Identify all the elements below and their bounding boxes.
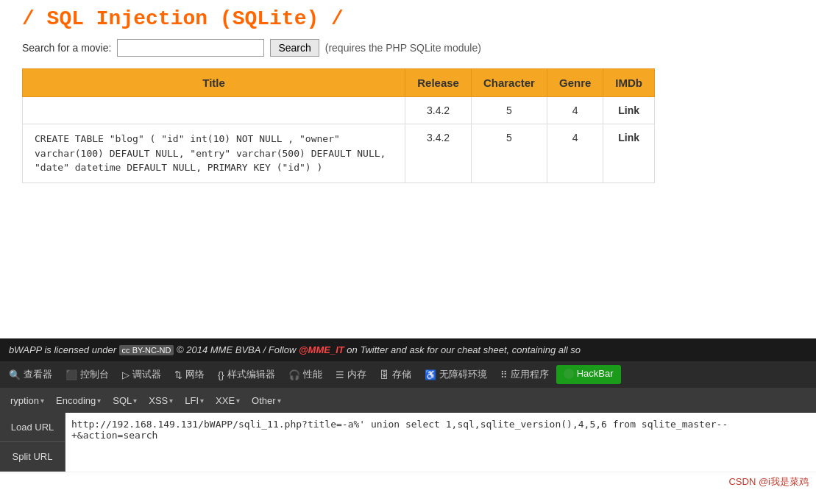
storage-icon: 🗄	[380, 369, 389, 380]
search-button[interactable]: Search	[270, 39, 319, 57]
search-bar: Search for a movie: Search (requires the…	[15, 39, 801, 57]
devtools-memory[interactable]: ☰ 内存	[330, 365, 372, 384]
search-input[interactable]	[117, 39, 264, 57]
cell-character: 5	[471, 124, 547, 183]
devtools-performance[interactable]: 🎧 性能	[283, 365, 328, 384]
devtools-debugger[interactable]: ▷ 调试器	[116, 365, 167, 384]
cell-title: CREATE TABLE "blog" ( "id" int(10) NOT N…	[23, 124, 405, 183]
cell-character: 5	[471, 97, 547, 124]
cell-imdb[interactable]: Link	[603, 124, 655, 183]
footer-watermark: CSDN @i我是菜鸡	[0, 472, 816, 491]
memory-icon: ☰	[336, 369, 344, 380]
imdb-link[interactable]: Link	[618, 104, 639, 116]
footer-text-after: © 2014 MME BVBA / Follow	[177, 344, 296, 355]
cell-genre: 4	[547, 97, 603, 124]
debugger-icon: ▷	[122, 369, 130, 380]
col-imdb: IMDb	[603, 69, 655, 97]
devtools-network[interactable]: ⇅ 网络	[168, 365, 210, 384]
sql-arrow: ▾	[133, 397, 137, 405]
devtools-applications[interactable]: ⠿ 应用程序	[494, 365, 555, 384]
hackbar-menu-encoding[interactable]: Encoding ▾	[52, 393, 105, 408]
footer-bar: bWAPP is licensed under cc BY-NC-ND © 20…	[0, 338, 816, 361]
devtools-inspector[interactable]: 🔍 查看器	[3, 365, 58, 384]
table-header-row: Title Release Character Genre IMDb	[23, 69, 655, 97]
xxe-arrow: ▾	[236, 397, 240, 405]
search-label: Search for a movie:	[22, 42, 111, 54]
hackbar-label: HackBar	[577, 368, 614, 379]
cell-genre: 4	[547, 124, 603, 183]
cell-title	[23, 97, 405, 124]
devtools-style-editor[interactable]: {} 样式编辑器	[212, 365, 281, 384]
console-icon: ⬛	[65, 369, 77, 380]
imdb-link[interactable]: Link	[618, 132, 639, 143]
cell-imdb[interactable]: Link	[603, 97, 655, 124]
col-release: Release	[405, 69, 472, 97]
cell-release: 3.4.2	[405, 97, 472, 124]
col-character: Character	[471, 69, 547, 97]
style-editor-icon: {}	[218, 369, 224, 380]
hackbar-tab[interactable]: HackBar	[556, 365, 621, 384]
hackbar-actions: Load URL Split URL	[0, 413, 65, 472]
footer-text-end: on Twitter and ask for our cheat sheet, …	[347, 344, 581, 355]
hackbar-menu-xxe[interactable]: XXE ▾	[211, 393, 244, 408]
table-row: 3.4.254Link	[23, 97, 655, 124]
network-icon: ⇅	[174, 369, 182, 380]
url-input[interactable]	[65, 413, 816, 472]
load-url-button[interactable]: Load URL	[0, 413, 65, 442]
crypto-arrow: ▾	[40, 397, 44, 405]
hackbar-menu-xss[interactable]: XSS ▾	[144, 393, 177, 408]
col-genre: Genre	[547, 69, 603, 97]
lfi-arrow: ▾	[200, 397, 204, 405]
accessibility-icon: ♿	[425, 369, 436, 380]
devtools-console[interactable]: ⬛ 控制台	[60, 365, 115, 384]
footer-text-before: bWAPP is licensed under	[9, 344, 116, 355]
twitter-link[interactable]: @MME_IT	[299, 344, 344, 355]
encoding-arrow: ▾	[97, 397, 101, 405]
hackbar-toolbar: ryption ▾ Encoding ▾ SQL ▾ XSS ▾ LFI ▾ X…	[0, 388, 816, 413]
hackbar-icon	[564, 369, 574, 379]
xss-arrow: ▾	[169, 397, 173, 405]
hackbar-menu-other[interactable]: Other ▾	[247, 393, 285, 408]
search-note: (requires the PHP SQLite module)	[325, 42, 481, 54]
cc-badge: cc BY-NC-ND	[119, 345, 174, 355]
table-row: CREATE TABLE "blog" ( "id" int(10) NOT N…	[23, 124, 655, 183]
page-title: / SQL Injection (SQLite) /	[15, 7, 801, 30]
devtools-accessibility[interactable]: ♿ 无障碍环境	[419, 365, 493, 384]
split-url-button[interactable]: Split URL	[0, 442, 65, 472]
applications-icon: ⠿	[500, 369, 508, 380]
hackbar-menu-lfi[interactable]: LFI ▾	[180, 393, 208, 408]
main-content: / SQL Injection (SQLite) / Search for a …	[0, 0, 816, 338]
results-table: Title Release Character Genre IMDb 3.4.2…	[22, 68, 655, 183]
cell-release: 3.4.2	[405, 124, 472, 183]
hackbar-menu-sql[interactable]: SQL ▾	[108, 393, 141, 408]
watermark-text: CSDN @i我是菜鸡	[728, 476, 809, 487]
devtools-bar: 🔍 查看器 ⬛ 控制台 ▷ 调试器 ⇅ 网络 {} 样式编辑器 🎧 性能 ☰ 内…	[0, 361, 816, 388]
hackbar-url-area: Load URL Split URL	[0, 413, 816, 472]
col-title: Title	[23, 69, 405, 97]
performance-icon: 🎧	[288, 369, 300, 380]
other-arrow: ▾	[277, 397, 281, 405]
inspector-icon: 🔍	[9, 369, 21, 380]
hackbar-menu-crypto[interactable]: ryption ▾	[6, 393, 49, 408]
devtools-storage[interactable]: 🗄 存储	[374, 365, 417, 384]
